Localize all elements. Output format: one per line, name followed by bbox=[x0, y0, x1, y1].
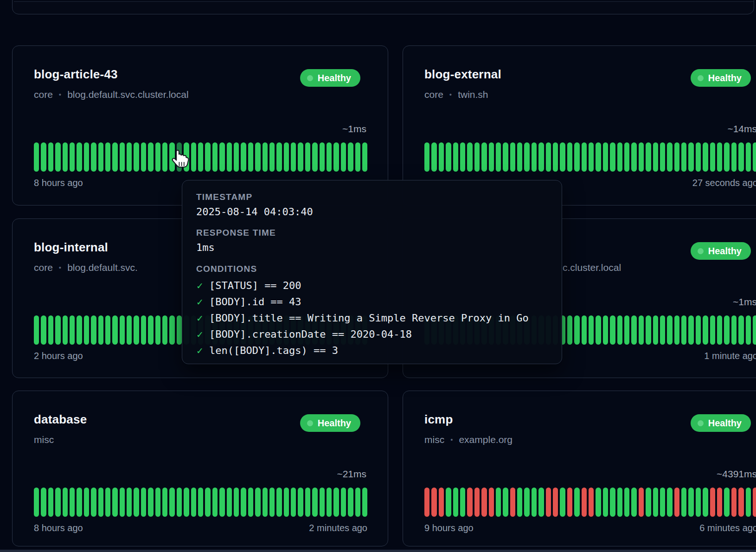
uptime-bar[interactable] bbox=[582, 142, 587, 172]
uptime-bar[interactable] bbox=[610, 142, 615, 172]
uptime-bar[interactable] bbox=[127, 488, 132, 517]
uptime-bar[interactable] bbox=[646, 142, 651, 172]
uptime-bar[interactable] bbox=[162, 488, 167, 517]
uptime-bars[interactable] bbox=[34, 142, 367, 172]
uptime-bar[interactable] bbox=[269, 488, 275, 517]
uptime-bar[interactable] bbox=[255, 142, 260, 172]
uptime-bar[interactable] bbox=[241, 142, 246, 172]
uptime-bar[interactable] bbox=[667, 142, 672, 172]
uptime-bar[interactable] bbox=[263, 488, 268, 517]
uptime-bar[interactable] bbox=[248, 142, 253, 172]
uptime-bar[interactable] bbox=[703, 488, 708, 517]
uptime-bar[interactable] bbox=[127, 142, 132, 172]
uptime-bar[interactable] bbox=[688, 142, 693, 172]
uptime-bar[interactable] bbox=[169, 315, 174, 345]
uptime-bar[interactable] bbox=[717, 488, 722, 517]
uptime-bar[interactable] bbox=[169, 488, 174, 517]
uptime-bar[interactable] bbox=[84, 142, 89, 172]
uptime-bar[interactable] bbox=[155, 142, 160, 172]
uptime-bar[interactable] bbox=[41, 488, 46, 517]
uptime-bar[interactable] bbox=[333, 142, 339, 172]
uptime-bar[interactable] bbox=[284, 142, 289, 172]
uptime-bar[interactable] bbox=[660, 315, 665, 345]
uptime-bar[interactable] bbox=[327, 142, 332, 172]
uptime-bar[interactable] bbox=[460, 488, 465, 517]
uptime-bar[interactable] bbox=[184, 488, 189, 517]
uptime-bar[interactable] bbox=[489, 488, 494, 517]
uptime-bar[interactable] bbox=[553, 488, 558, 517]
uptime-bar[interactable] bbox=[710, 315, 715, 345]
uptime-bar[interactable] bbox=[674, 315, 679, 345]
uptime-bar[interactable] bbox=[624, 488, 629, 517]
uptime-bar[interactable] bbox=[589, 142, 594, 172]
uptime-bar[interactable] bbox=[639, 315, 644, 345]
uptime-bar[interactable] bbox=[63, 488, 68, 517]
uptime-bar[interactable] bbox=[589, 488, 594, 517]
uptime-bar[interactable] bbox=[753, 488, 756, 517]
uptime-bar[interactable] bbox=[291, 488, 296, 517]
uptime-bar[interactable] bbox=[696, 315, 701, 345]
uptime-bar[interactable] bbox=[503, 142, 508, 172]
uptime-bar[interactable] bbox=[255, 488, 260, 517]
uptime-bar[interactable] bbox=[560, 142, 565, 172]
uptime-bar[interactable] bbox=[474, 488, 480, 517]
uptime-bar[interactable] bbox=[355, 142, 360, 172]
uptime-bar[interactable] bbox=[141, 142, 146, 172]
uptime-bar[interactable] bbox=[263, 142, 268, 172]
uptime-bar[interactable] bbox=[453, 142, 458, 172]
uptime-bar[interactable] bbox=[134, 315, 139, 345]
uptime-bar[interactable] bbox=[191, 488, 196, 517]
uptime-bar[interactable] bbox=[34, 488, 39, 517]
uptime-bar[interactable] bbox=[582, 488, 587, 517]
uptime-bar[interactable] bbox=[198, 142, 203, 172]
uptime-bar[interactable] bbox=[696, 488, 701, 517]
uptime-bar[interactable] bbox=[481, 488, 487, 517]
uptime-bar[interactable] bbox=[98, 315, 103, 345]
uptime-bar[interactable] bbox=[746, 488, 751, 517]
uptime-bar[interactable] bbox=[532, 142, 537, 172]
uptime-bar[interactable] bbox=[212, 142, 218, 172]
uptime-bar[interactable] bbox=[120, 488, 125, 517]
uptime-bar[interactable] bbox=[34, 142, 39, 172]
uptime-bar[interactable] bbox=[219, 142, 224, 172]
uptime-bar[interactable] bbox=[320, 488, 325, 517]
uptime-bar[interactable] bbox=[70, 142, 75, 172]
uptime-bar[interactable] bbox=[603, 488, 608, 517]
uptime-bar[interactable] bbox=[731, 142, 737, 172]
uptime-bar[interactable] bbox=[91, 488, 96, 517]
uptime-bar[interactable] bbox=[198, 488, 203, 517]
uptime-bar[interactable] bbox=[624, 142, 629, 172]
uptime-bar[interactable] bbox=[127, 315, 132, 345]
uptime-bar[interactable] bbox=[596, 488, 601, 517]
uptime-bar[interactable] bbox=[284, 488, 289, 517]
uptime-bar[interactable] bbox=[717, 315, 722, 345]
uptime-bar[interactable] bbox=[248, 488, 253, 517]
uptime-bar[interactable] bbox=[688, 488, 693, 517]
uptime-bar[interactable] bbox=[362, 488, 367, 517]
uptime-bars[interactable] bbox=[424, 488, 756, 517]
uptime-bar[interactable] bbox=[453, 488, 458, 517]
uptime-bar[interactable] bbox=[431, 488, 436, 517]
uptime-bar[interactable] bbox=[667, 488, 672, 517]
uptime-bar[interactable] bbox=[48, 142, 53, 172]
uptime-bar[interactable] bbox=[227, 142, 232, 172]
uptime-bar[interactable] bbox=[312, 142, 317, 172]
uptime-bar[interactable] bbox=[738, 315, 743, 345]
partially-scrolled-endpoint-card[interactable] bbox=[12, 0, 754, 14]
uptime-bar[interactable] bbox=[631, 315, 636, 345]
uptime-bar[interactable] bbox=[467, 488, 472, 517]
uptime-bar[interactable] bbox=[753, 142, 756, 172]
uptime-bar[interactable] bbox=[84, 488, 89, 517]
uptime-bar[interactable] bbox=[291, 142, 296, 172]
uptime-bar[interactable] bbox=[234, 488, 239, 517]
uptime-bar[interactable] bbox=[424, 142, 429, 172]
uptime-bar[interactable] bbox=[738, 488, 743, 517]
uptime-bar[interactable] bbox=[446, 142, 451, 172]
uptime-bar[interactable] bbox=[617, 488, 622, 517]
uptime-bar[interactable] bbox=[696, 142, 701, 172]
uptime-bar[interactable] bbox=[646, 488, 651, 517]
uptime-bar[interactable] bbox=[348, 142, 353, 172]
uptime-bar[interactable] bbox=[41, 315, 46, 345]
uptime-bar[interactable] bbox=[305, 488, 310, 517]
uptime-bar[interactable] bbox=[503, 488, 508, 517]
